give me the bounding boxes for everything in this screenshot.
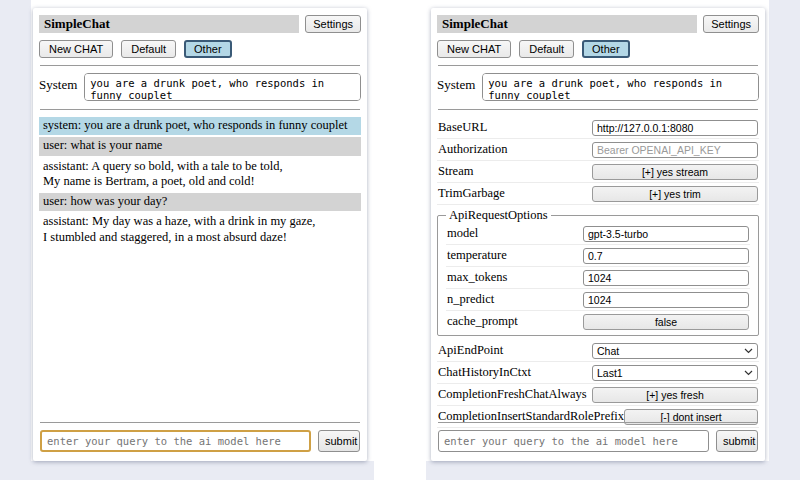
setting-row: BaseURL — [437, 117, 759, 139]
setting-label: TrimGarbage — [438, 186, 505, 201]
setting-label: ChatHistoryInCtxt — [438, 365, 531, 380]
chat-message-user: user: how was your day? — [39, 193, 361, 211]
divider — [438, 422, 758, 423]
stream-toggle-button[interactable]: [+] yes stream — [592, 164, 758, 180]
page-margin-left — [0, 0, 31, 480]
setting-row: Authorization — [437, 139, 759, 161]
baseurl-input[interactable] — [592, 120, 758, 136]
chat-message-user: user: what is your name — [39, 137, 361, 155]
temperature-input[interactable] — [583, 248, 749, 264]
selected-value: Last1 — [597, 367, 623, 379]
setting-label: Authorization — [438, 142, 507, 157]
setting-row: cache_prompt false — [446, 311, 750, 332]
query-input[interactable] — [40, 430, 311, 452]
new-chat-button[interactable]: New CHAT — [437, 40, 511, 58]
settings-panel: SimpleChat Settings New CHAT Default Oth… — [431, 8, 765, 461]
divider — [40, 109, 360, 110]
session-button-default[interactable]: Default — [519, 40, 574, 58]
setting-label: model — [447, 226, 478, 241]
setting-label: CompletionFreshChatAlways — [438, 387, 587, 402]
authorization-input[interactable] — [592, 142, 758, 158]
app-title: SimpleChat — [437, 15, 697, 33]
setting-row: temperature — [446, 245, 750, 267]
app-title: SimpleChat — [39, 15, 299, 33]
setting-row: ApiEndPoint Chat — [437, 340, 759, 362]
system-label: System — [437, 73, 475, 93]
header-row: SimpleChat Settings — [437, 15, 759, 33]
system-prompt-input[interactable] — [482, 73, 759, 101]
completion-fresh-chat-toggle-button[interactable]: [+] yes fresh — [592, 387, 758, 403]
session-row: New CHAT Default Other — [437, 40, 759, 58]
divider — [438, 65, 758, 66]
api-endpoint-select[interactable]: Chat — [592, 343, 758, 359]
page-margin-bottom-right — [426, 461, 769, 480]
system-prompt-row: System — [39, 73, 361, 101]
cache-prompt-toggle-button[interactable]: false — [583, 314, 749, 330]
header-row: SimpleChat Settings — [39, 15, 361, 33]
divider — [438, 109, 758, 110]
system-prompt-input[interactable] — [84, 73, 361, 101]
setting-row: model — [446, 223, 750, 245]
new-chat-button[interactable]: New CHAT — [39, 40, 113, 58]
chat-history-in-ctxt-select[interactable]: Last1 — [592, 365, 758, 381]
chat-message-assistant: assistant: My day was a haze, with a dri… — [39, 213, 361, 247]
session-button-default[interactable]: Default — [121, 40, 176, 58]
setting-row: max_tokens — [446, 267, 750, 289]
fieldset-legend: ApiRequestOptions — [446, 208, 551, 223]
chat-message-list: system: you are a drunk poet, who respon… — [39, 117, 361, 247]
selected-value: Chat — [597, 345, 619, 357]
query-row: submit — [40, 430, 360, 452]
api-request-options-fieldset: ApiRequestOptions model temperature max_… — [437, 208, 759, 336]
settings-button[interactable]: Settings — [305, 15, 361, 33]
setting-label: temperature — [447, 248, 507, 263]
setting-row: CompletionInsertStandardRolePrefix [-] d… — [437, 406, 759, 428]
setting-label: max_tokens — [447, 270, 507, 285]
system-label: System — [39, 73, 77, 93]
max-tokens-input[interactable] — [583, 270, 749, 286]
trimgarbage-toggle-button[interactable]: [+] yes trim — [592, 186, 758, 202]
n-predict-input[interactable] — [583, 292, 749, 308]
settings-button[interactable]: Settings — [703, 15, 759, 33]
page-margin-bottom-left — [31, 461, 374, 480]
setting-label: n_predict — [447, 292, 494, 307]
submit-button[interactable]: submit — [716, 430, 758, 452]
session-button-other[interactable]: Other — [184, 40, 232, 58]
model-input[interactable] — [583, 226, 749, 242]
session-button-other[interactable]: Other — [582, 40, 630, 58]
query-input[interactable] — [438, 430, 709, 452]
submit-button[interactable]: submit — [318, 430, 360, 452]
setting-row: Stream [+] yes stream — [437, 161, 759, 183]
setting-label: cache_prompt — [447, 314, 518, 329]
divider — [40, 422, 360, 423]
chat-message-system: system: you are a drunk poet, who respon… — [39, 117, 361, 135]
chevron-down-icon — [744, 370, 753, 376]
setting-label: ApiEndPoint — [438, 343, 503, 358]
chat-message-assistant: assistant: A query so bold, with a tale … — [39, 158, 361, 192]
setting-row: TrimGarbage [+] yes trim — [437, 183, 759, 205]
system-prompt-row: System — [437, 73, 759, 101]
session-row: New CHAT Default Other — [39, 40, 361, 58]
setting-row: n_predict — [446, 289, 750, 311]
setting-label: BaseURL — [438, 120, 487, 135]
chat-panel: SimpleChat Settings New CHAT Default Oth… — [33, 8, 367, 461]
chevron-down-icon — [744, 348, 753, 354]
setting-label: Stream — [438, 164, 473, 179]
page-margin-right — [769, 0, 800, 480]
setting-row: CompletionFreshChatAlways [+] yes fresh — [437, 384, 759, 406]
query-row: submit — [438, 430, 758, 452]
divider — [40, 65, 360, 66]
setting-row: ChatHistoryInCtxt Last1 — [437, 362, 759, 384]
